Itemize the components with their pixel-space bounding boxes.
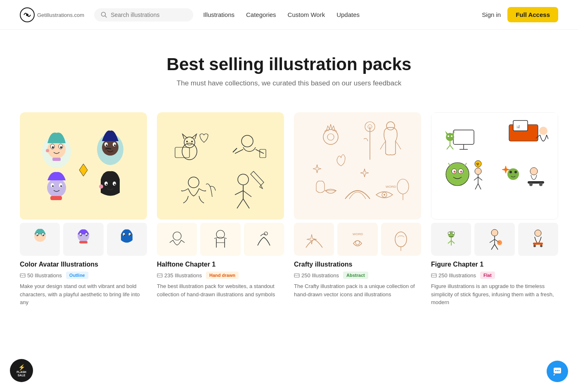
- thumb-3-1: [294, 223, 334, 256]
- nav-illustrations[interactable]: Illustrations: [203, 11, 235, 18]
- svg-line-125: [491, 244, 495, 250]
- thumb-2-2: [200, 223, 240, 256]
- svg-point-127: [497, 240, 502, 245]
- card-preview-2: [157, 112, 284, 256]
- full-access-button[interactable]: Full Access: [507, 7, 558, 22]
- card-title-3: Crafty illustrations: [294, 261, 421, 268]
- card-desc-1: Make your design stand out with vibrant …: [20, 282, 147, 307]
- svg-line-106: [478, 184, 481, 189]
- svg-line-105: [475, 184, 478, 189]
- svg-point-21: [52, 185, 54, 187]
- card-meta-3: 250 Illustrations Abstract: [294, 272, 421, 279]
- thumb-1-2: [63, 223, 103, 256]
- svg-point-11: [46, 149, 49, 152]
- svg-point-51: [186, 141, 188, 142]
- svg-point-76: [386, 122, 395, 130]
- svg-point-120: [448, 232, 450, 234]
- logo-icon: [20, 7, 35, 22]
- svg-point-22: [60, 185, 62, 187]
- svg-point-67: [173, 232, 181, 240]
- card-color-avatar[interactable]: Color Avatar Illustrations 50 Illustrati…: [20, 112, 147, 307]
- svg-point-16: [106, 144, 107, 146]
- svg-point-40: [86, 235, 87, 236]
- card-preview-3: WORD WORD: [294, 112, 421, 256]
- svg-point-17: [114, 144, 116, 146]
- thumb-1-1: [20, 223, 60, 256]
- svg-point-110: [509, 171, 512, 173]
- card-figure[interactable]: 📊: [431, 112, 558, 307]
- search-bar[interactable]: [94, 8, 193, 21]
- svg-point-85: [395, 232, 407, 247]
- svg-point-18: [47, 178, 66, 197]
- card-count-3: 250 Illustrations: [294, 272, 339, 279]
- svg-point-71: [323, 130, 338, 144]
- card-preview-1: [20, 112, 147, 256]
- card-info-3: Crafty illustrations 250 Illustrations A…: [294, 256, 421, 298]
- svg-point-1: [26, 14, 28, 16]
- card-meta-1: 50 Illustrations Outline: [20, 272, 147, 279]
- card-count-1: 50 Illustrations: [20, 272, 62, 279]
- svg-line-126: [495, 244, 498, 250]
- svg-point-29: [99, 184, 103, 189]
- search-input[interactable]: [111, 12, 187, 18]
- cards-grid: Color Avatar Illustrations 50 Illustrati…: [0, 104, 578, 331]
- card-crafty[interactable]: WORD WORD Crafty illustrations: [294, 112, 421, 307]
- svg-point-103: [475, 168, 481, 175]
- thumb-4-1: [431, 223, 471, 256]
- thumb-1-3: [107, 223, 147, 256]
- svg-point-121: [452, 232, 455, 234]
- nav-custom-work[interactable]: Custom Work: [288, 11, 325, 18]
- card-preview-4: 📊: [431, 112, 558, 256]
- sign-in-button[interactable]: Sign in: [482, 11, 501, 18]
- svg-point-92: [448, 135, 449, 137]
- svg-point-101: [454, 171, 456, 173]
- svg-point-78: [384, 194, 385, 196]
- nav-categories[interactable]: Categories: [246, 11, 276, 18]
- card-halftone[interactable]: Halftone Chapter 1 235 Illustrations Han…: [157, 112, 284, 307]
- svg-line-3: [105, 16, 107, 17]
- svg-rect-88: [453, 130, 474, 144]
- header-right: Sign in Full Access: [482, 7, 558, 22]
- svg-rect-95: [513, 120, 528, 131]
- card-info-4: Figure Chapter 1 250 Illustrations Flat …: [431, 256, 558, 307]
- image-icon-1: [20, 272, 26, 278]
- card-desc-3: The Crafty illustration pack is a unique…: [294, 282, 421, 298]
- card-title-2: Halftone Chapter 1: [157, 261, 284, 268]
- card-desc-2: The best illustration pack for websites,…: [157, 282, 284, 298]
- thumb-4-3: [518, 223, 558, 256]
- svg-rect-10: [52, 158, 61, 161]
- svg-point-102: [460, 171, 462, 173]
- logo-text: Getillustrations.com: [37, 11, 84, 19]
- card-title-1: Color Avatar Illustrations: [20, 261, 147, 268]
- svg-point-114: [529, 183, 533, 186]
- card-thumbs-1: [20, 223, 147, 256]
- svg-point-111: [514, 171, 517, 173]
- svg-point-123: [491, 229, 498, 236]
- svg-point-115: [539, 183, 542, 186]
- card-badge-4: Flat: [480, 272, 495, 279]
- svg-point-35: [43, 235, 44, 236]
- nav-updates[interactable]: Updates: [336, 11, 360, 18]
- nav: Illustrations Categories Custom Work Upd…: [203, 11, 472, 18]
- svg-rect-41: [79, 241, 88, 243]
- svg-point-83: [355, 241, 360, 245]
- logo[interactable]: Getillustrations.com: [20, 7, 84, 22]
- svg-point-9: [60, 146, 62, 149]
- card-count-4: 250 Illustrations: [431, 272, 476, 279]
- card-title-4: Figure Chapter 1: [431, 261, 558, 268]
- svg-text:WORD: WORD: [386, 185, 396, 189]
- svg-point-34: [37, 235, 38, 236]
- card-thumbs-4: [431, 223, 558, 256]
- svg-rect-23: [50, 196, 62, 200]
- card-main-image-3: WORD: [294, 112, 421, 220]
- svg-text:WORD: WORD: [353, 232, 363, 236]
- svg-rect-62: [223, 170, 268, 209]
- svg-point-128: [535, 230, 541, 236]
- svg-point-112: [530, 168, 538, 175]
- svg-rect-129: [533, 243, 543, 245]
- svg-point-81: [397, 179, 409, 194]
- thumb-4-2: [474, 223, 514, 256]
- image-icon-3: [294, 272, 300, 278]
- card-meta-2: 235 Illustrations Hand drawn: [157, 272, 284, 279]
- svg-text:☢: ☢: [476, 162, 479, 166]
